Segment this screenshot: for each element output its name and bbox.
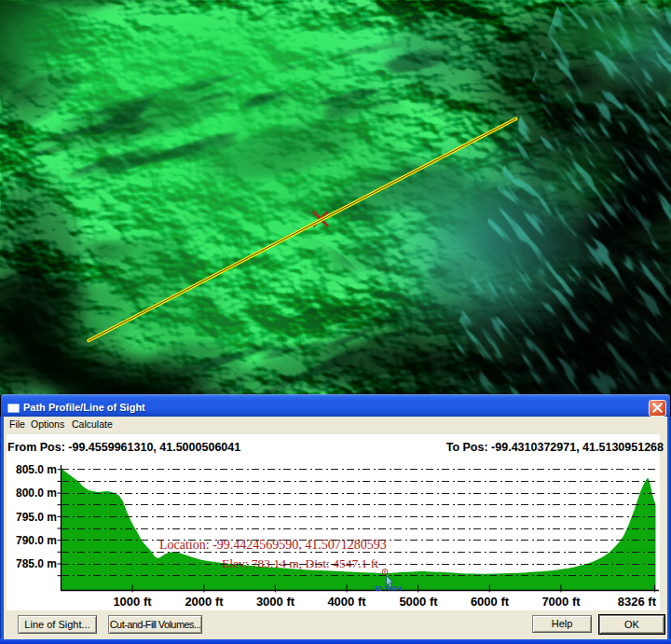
svg-text:785.0 m: 785.0 m xyxy=(16,557,57,570)
svg-text:6000 ft: 6000 ft xyxy=(471,595,510,609)
svg-text:805.0 m: 805.0 m xyxy=(16,463,57,476)
svg-text:795.0 m: 795.0 m xyxy=(16,511,57,524)
svg-text:5000 ft: 5000 ft xyxy=(399,595,438,609)
svg-text:790.0 m: 790.0 m xyxy=(16,534,57,547)
svg-text:Elev: 783.14 m, Dist: 4547.1 f: Elev: 783.14 m, Dist: 4547.1 ft xyxy=(222,556,378,570)
svg-text:3D PATH: 3D PATH xyxy=(375,585,402,592)
svg-text:7000 ft: 7000 ft xyxy=(541,595,581,609)
svg-text:800.0 m: 800.0 m xyxy=(16,486,57,500)
svg-text:Location: -99.4424569590, 41.5: Location: -99.4424569590, 41.5071280593 xyxy=(159,538,387,552)
svg-text:1000 ft: 1000 ft xyxy=(113,595,152,609)
svg-text:8326 ft: 8326 ft xyxy=(618,595,657,609)
svg-text:2000 ft: 2000 ft xyxy=(185,595,224,609)
svg-text:4000 ft: 4000 ft xyxy=(327,595,366,609)
svg-text:3000 ft: 3000 ft xyxy=(256,595,295,609)
